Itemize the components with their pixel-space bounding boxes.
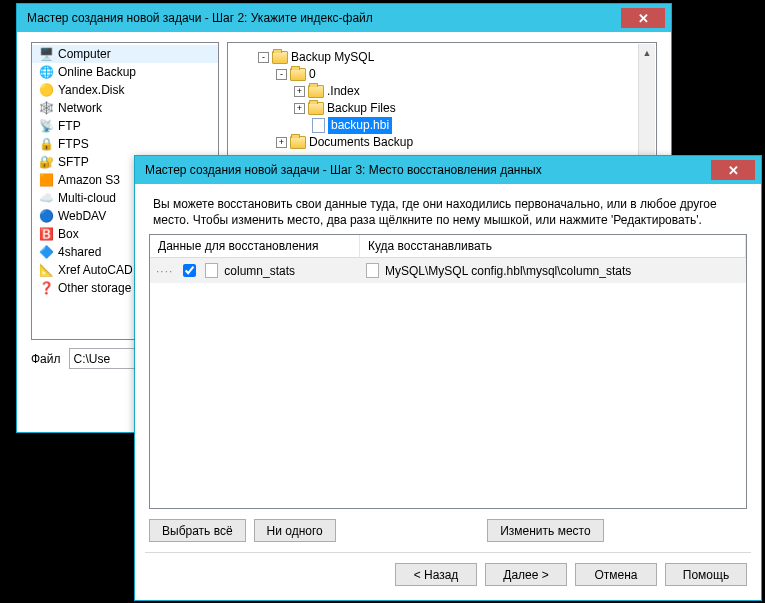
box-icon: 🅱️ [38,226,54,242]
tree-node-documents-backup[interactable]: + Documents Backup [258,134,654,151]
expand-toggle-icon[interactable]: - [258,52,269,63]
storage-label: Online Backup [58,65,136,79]
file-path-label: Файл [31,352,61,366]
storage-label: Yandex.Disk [58,83,124,97]
select-none-button[interactable]: Ни одного [254,519,336,542]
col-dest[interactable]: Куда восстанавливать [360,235,746,257]
folder-icon [308,85,324,98]
ftp-icon: 📡 [38,118,54,134]
storage-label: FTP [58,119,81,133]
tree-label: 0 [309,66,316,83]
xref-icon: 📐 [38,262,54,278]
storage-label: Amazon S3 [58,173,120,187]
tree-label: Documents Backup [309,134,413,151]
step3-title: Мастер создания новой задачи - Шаг 3: Ме… [145,163,711,177]
folder-icon [272,51,288,64]
col-data[interactable]: Данные для восстановления [150,235,360,257]
scroll-up-icon[interactable]: ▲ [639,44,655,61]
online-backup-icon: 🌐 [38,64,54,80]
storage-item-yandex-disk[interactable]: 🟡Yandex.Disk [32,81,218,99]
tree-label: .Index [327,83,360,100]
expand-toggle-icon[interactable]: + [294,86,305,97]
help-button[interactable]: Помощь [665,563,747,586]
cancel-button[interactable]: Отмена [575,563,657,586]
ftps-icon: 🔒 [38,136,54,152]
storage-label: Multi-cloud [58,191,116,205]
folder-icon [308,102,324,115]
tree-node-backup-mysql[interactable]: - Backup MySQL [258,49,654,66]
storage-label: SFTP [58,155,89,169]
page-icon [366,263,379,278]
yandex-disk-icon: 🟡 [38,82,54,98]
tree-dots-icon: ···· [156,264,173,278]
grid-header: Данные для восстановления Куда восстанав… [150,235,746,258]
storage-label: Network [58,101,102,115]
storage-label: WebDAV [58,209,106,223]
network-icon: 🕸️ [38,100,54,116]
storage-label: Other storage p [58,281,141,295]
select-all-button[interactable]: Выбрать всё [149,519,246,542]
divider [145,552,751,553]
webdav-icon: 🔵 [38,208,54,224]
other-icon: ❓ [38,280,54,296]
close-icon[interactable]: ✕ [621,8,665,28]
expand-toggle-icon[interactable]: - [276,69,287,80]
sftp-icon: 🔐 [38,154,54,170]
storage-item-ftps[interactable]: 🔒FTPS [32,135,218,153]
folder-icon [290,136,306,149]
tree-label-selected: backup.hbi [328,117,392,134]
tree-node-backup-files[interactable]: + Backup Files [258,100,654,117]
tree-node-index[interactable]: + .Index [258,83,654,100]
next-button[interactable]: Далее > [485,563,567,586]
step2-titlebar[interactable]: Мастер создания новой задачи - Шаг 2: Ук… [17,4,671,32]
storage-label: Xref AutoCAD t [58,263,139,277]
storage-label: Box [58,227,79,241]
4shared-icon: 🔷 [38,244,54,260]
multicloud-icon: ☁️ [38,190,54,206]
tree-node-0[interactable]: - 0 [258,66,654,83]
storage-label: Computer [58,47,111,61]
storage-label: 4shared [58,245,101,259]
storage-item-network[interactable]: 🕸️Network [32,99,218,117]
file-icon [312,118,325,133]
expand-toggle-icon[interactable]: + [276,137,287,148]
page-icon [205,263,218,278]
row-name: column_stats [224,264,295,278]
tree-label: Backup MySQL [291,49,374,66]
tree-node-backup-hbi[interactable]: backup.hbi [258,117,654,134]
storage-label: FTPS [58,137,89,151]
row-checkbox[interactable] [183,264,196,277]
change-dest-button[interactable]: Изменить место [487,519,603,542]
step3-titlebar[interactable]: Мастер создания новой задачи - Шаг 3: Ме… [135,156,761,184]
storage-item-computer[interactable]: 🖥️Computer [32,45,218,63]
storage-item-online-backup[interactable]: 🌐Online Backup [32,63,218,81]
s3-icon: 🟧 [38,172,54,188]
folder-tree[interactable]: - Backup MySQL - 0 + .Index [228,45,656,155]
expand-toggle-icon[interactable]: + [294,103,305,114]
tree-label: Backup Files [327,100,396,117]
table-row[interactable]: ···· column_stats MySQL\MySQL config.hbl… [150,258,746,283]
restore-grid: Данные для восстановления Куда восстанав… [149,234,747,509]
wizard-step3-window: Мастер создания новой задачи - Шаг 3: Ме… [134,155,762,601]
row-dest: MySQL\MySQL config.hbl\mysql\column_stat… [385,264,631,278]
back-button[interactable]: < Назад [395,563,477,586]
folder-icon [290,68,306,81]
step2-title: Мастер создания новой задачи - Шаг 2: Ук… [27,11,621,25]
computer-icon: 🖥️ [38,46,54,62]
step3-hint: Вы можете восстановить свои данные туда,… [153,196,743,228]
close-icon[interactable]: ✕ [711,160,755,180]
storage-item-ftp[interactable]: 📡FTP [32,117,218,135]
